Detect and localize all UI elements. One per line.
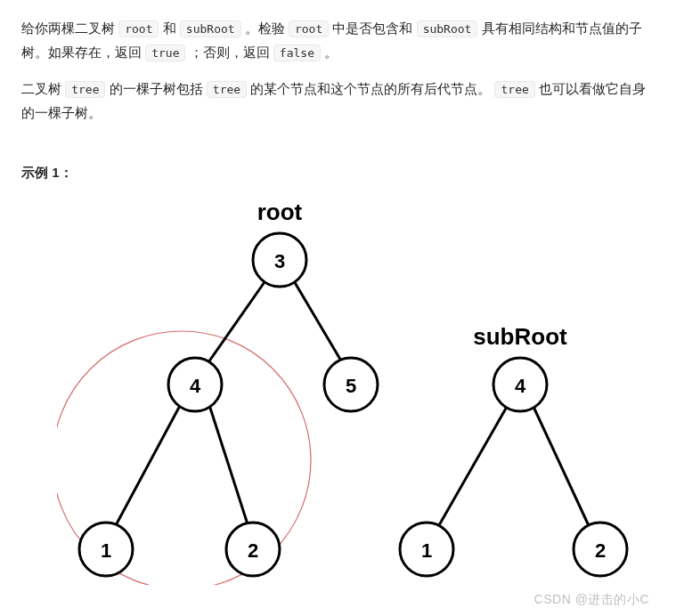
tree-node-3: 3 <box>253 233 306 287</box>
subtree-node-2: 2 <box>574 523 627 576</box>
text-segment: ；否则，返回 <box>190 45 273 60</box>
edge <box>208 402 248 527</box>
svg-text:2: 2 <box>595 539 606 562</box>
svg-text:4: 4 <box>515 375 526 397</box>
svg-text:5: 5 <box>346 375 356 397</box>
text-segment: 给你两棵二叉树 <box>21 20 118 36</box>
svg-text:1: 1 <box>421 539 432 562</box>
code-tree: tree <box>65 81 105 98</box>
code-true: true <box>145 45 185 61</box>
subroot-label: subRoot <box>473 323 567 350</box>
example-1-label: 示例 1： <box>21 160 655 184</box>
text-segment: 中是否包含和 <box>332 20 416 36</box>
code-root: root <box>289 20 329 37</box>
text-segment: 。检验 <box>245 20 289 36</box>
edge <box>533 407 591 531</box>
problem-paragraph-2: 二叉树 tree 的一棵子树包括 tree 的某个节点和这个节点的所有后代节点。… <box>21 77 655 125</box>
edge <box>293 280 342 362</box>
svg-text:4: 4 <box>190 375 201 397</box>
problem-paragraph-1: 给你两棵二叉树 root 和 subRoot 。检验 root 中是否包含和 s… <box>21 16 655 64</box>
text-segment: 二叉树 <box>21 81 65 96</box>
root-label: root <box>257 199 303 225</box>
svg-text:2: 2 <box>248 539 258 562</box>
tree-node-4: 4 <box>168 358 222 411</box>
edge <box>436 407 507 531</box>
tree-node-5: 5 <box>324 358 378 411</box>
subtree-node-4: 4 <box>493 358 547 411</box>
text-segment: 的某个节点和这个节点的所有后代节点。 <box>250 81 491 96</box>
edge <box>115 402 182 527</box>
subtree-node-1: 1 <box>400 523 453 576</box>
edge <box>208 280 266 362</box>
tree-node-2: 2 <box>226 523 280 576</box>
code-tree: tree <box>494 81 534 98</box>
tree-diagram: root 3 4 5 1 2 subRoot <box>57 193 655 592</box>
code-tree: tree <box>207 81 247 98</box>
code-false: false <box>273 45 321 61</box>
watermark: CSDN @进击的小C <box>534 588 649 611</box>
tree-svg: root 3 4 5 1 2 subRoot <box>57 193 645 585</box>
code-root: root <box>118 20 159 37</box>
text-segment: 的一棵子树包括 <box>110 81 207 96</box>
svg-text:1: 1 <box>101 539 111 562</box>
text-segment: 。 <box>324 45 338 60</box>
text-segment: 和 <box>163 20 180 36</box>
tree-node-1: 1 <box>79 523 133 576</box>
svg-text:3: 3 <box>274 250 285 272</box>
code-subroot: subRoot <box>417 20 478 37</box>
code-subroot: subRoot <box>180 20 241 37</box>
